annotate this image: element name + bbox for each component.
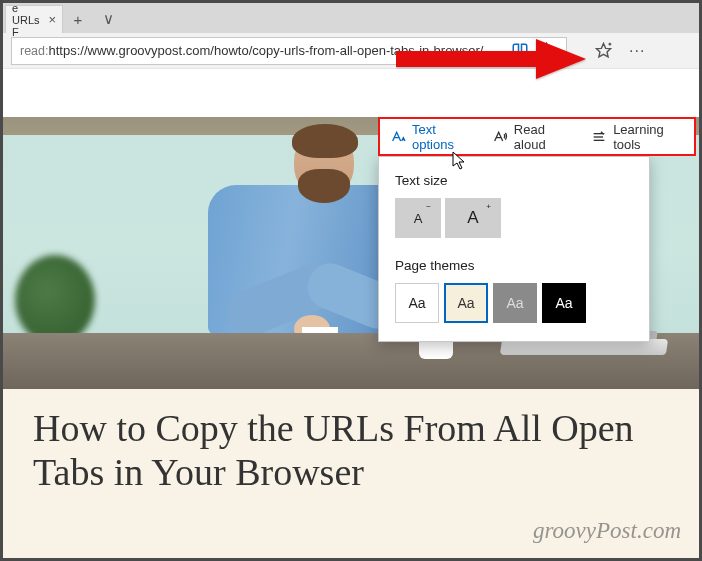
learning-tools-button[interactable]: Learning tools bbox=[581, 119, 694, 154]
text-options-button[interactable]: Text options bbox=[380, 119, 482, 154]
increase-text-size-button[interactable]: A+ bbox=[445, 198, 501, 238]
tab-strip: e URLs F × + ∨ bbox=[3, 3, 699, 33]
text-options-icon bbox=[390, 129, 406, 145]
decrease-text-size-button[interactable]: A− bbox=[395, 198, 441, 238]
address-bar[interactable]: read:https://www.groovypost.com/howto/co… bbox=[11, 37, 567, 65]
new-tab-button[interactable]: + bbox=[63, 5, 93, 33]
read-aloud-button[interactable]: Read aloud bbox=[482, 119, 581, 154]
theme-sepia-button[interactable]: Aa bbox=[444, 283, 488, 323]
add-favorite-icon[interactable] bbox=[591, 39, 615, 63]
watermark: groovyPost.com bbox=[533, 518, 681, 544]
article-headline: How to Copy the URLs From All Open Tabs … bbox=[3, 389, 699, 494]
page-themes-heading: Page themes bbox=[395, 258, 633, 273]
svg-marker-0 bbox=[539, 43, 553, 56]
theme-dark-button[interactable]: Aa bbox=[542, 283, 586, 323]
read-aloud-icon bbox=[492, 129, 508, 145]
text-options-label: Text options bbox=[412, 122, 472, 152]
reading-view-toolbar: Text options Read aloud Learning tools bbox=[378, 117, 696, 156]
favorite-icon[interactable] bbox=[534, 39, 558, 63]
more-menu-icon[interactable]: ··· bbox=[629, 42, 645, 60]
address-row: read:https://www.groovypost.com/howto/co… bbox=[3, 33, 699, 69]
tab-title: e URLs F bbox=[12, 3, 48, 38]
browser-tab[interactable]: e URLs F × bbox=[5, 5, 63, 33]
text-size-heading: Text size bbox=[395, 173, 633, 188]
url-text: https://www.groovypost.com/howto/copy-ur… bbox=[49, 43, 484, 58]
theme-light-button[interactable]: Aa bbox=[395, 283, 439, 323]
learning-tools-icon bbox=[591, 129, 607, 145]
read-aloud-label: Read aloud bbox=[514, 122, 571, 152]
blank-band bbox=[3, 69, 699, 117]
theme-gray-button[interactable]: Aa bbox=[493, 283, 537, 323]
text-options-popup: Text size A− A+ Page themes Aa Aa Aa Aa bbox=[378, 156, 650, 342]
tab-actions-button[interactable]: ∨ bbox=[93, 5, 123, 33]
svg-marker-1 bbox=[596, 43, 610, 56]
url-prefix: read: bbox=[20, 44, 49, 58]
learning-tools-label: Learning tools bbox=[613, 122, 684, 152]
size-glyph: A bbox=[467, 208, 478, 228]
size-glyph: A bbox=[414, 211, 423, 226]
reading-view-icon[interactable] bbox=[508, 39, 532, 63]
close-icon[interactable]: × bbox=[48, 12, 56, 27]
